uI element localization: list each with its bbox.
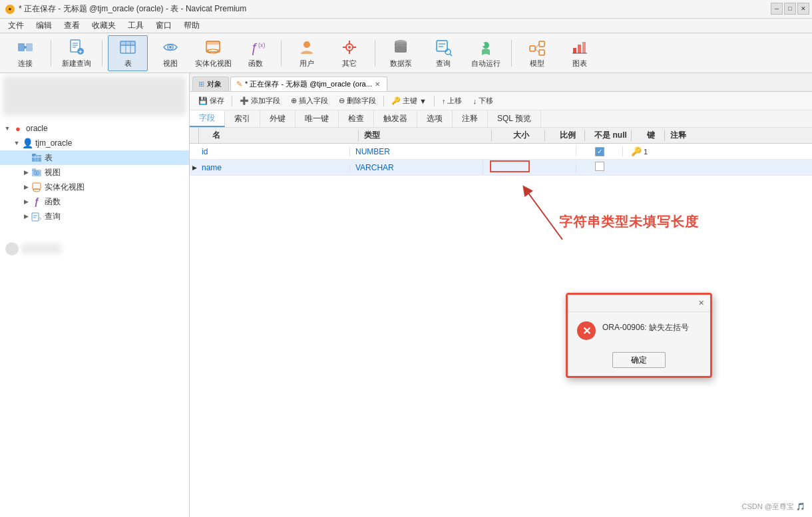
- chart-icon: [570, 37, 590, 57]
- svg-rect-34: [395, 42, 407, 47]
- move-down-button[interactable]: ↓ 下移: [468, 94, 498, 108]
- menu-tools[interactable]: 工具: [122, 19, 149, 33]
- error-dialog[interactable]: ✕ ✕ ORA-00906: 缺失左括号 确定: [566, 293, 712, 378]
- action-sep-2: [383, 96, 384, 106]
- subtab-comment[interactable]: 注释: [453, 110, 488, 127]
- svg-line-45: [535, 44, 539, 49]
- tree-item-tjm-oracle[interactable]: ▼ 👤 tjm_oracle: [0, 136, 189, 150]
- title-bar: ● * 正在保存 - 无标题 @tjm_oracle (oracle) - 表 …: [0, 0, 812, 19]
- title-text: * 正在保存 - 无标题 @tjm_oracle (oracle) - 表 - …: [19, 3, 246, 15]
- row-1-notnull-checkbox[interactable]: [595, 147, 604, 156]
- row-1-type[interactable]: NUMBER: [349, 147, 483, 156]
- toolbar-func[interactable]: ƒ (x) 函数: [236, 35, 276, 71]
- insert-field-label: 插入字段: [299, 96, 328, 106]
- subtab-sql[interactable]: SQL 预览: [488, 110, 541, 127]
- toolbar-chart[interactable]: 图表: [560, 35, 600, 71]
- row-2-name[interactable]: name: [199, 163, 349, 172]
- subtab-options[interactable]: 选项: [417, 110, 453, 127]
- row-1-name[interactable]: id: [199, 147, 349, 156]
- svg-point-16: [169, 46, 172, 49]
- tree-expand-queries[interactable]: ▶: [21, 212, 31, 221]
- menu-window[interactable]: 窗口: [150, 19, 177, 33]
- minimize-button[interactable]: ─: [771, 3, 783, 15]
- toolbar-query[interactable]: 查询: [423, 35, 463, 71]
- view-label: 视图: [163, 59, 178, 69]
- size-input[interactable]: [490, 160, 530, 172]
- menu-edit[interactable]: 编辑: [31, 19, 57, 33]
- sidebar-blur-1: [3, 76, 186, 116]
- tree-expand-funcs[interactable]: ▶: [21, 197, 31, 206]
- maximize-button[interactable]: □: [784, 3, 796, 15]
- menu-favorites[interactable]: 收藏夹: [87, 19, 121, 33]
- dialog-ok-button[interactable]: 确定: [612, 352, 666, 368]
- tab-active-table[interactable]: ✎ * 正在保存 - 无标题 @tjm_oracle (ora... ✕: [230, 77, 387, 91]
- tree-item-tables[interactable]: ▶ 表: [0, 150, 189, 165]
- subtab-trigger[interactable]: 触发器: [374, 110, 417, 127]
- svg-rect-57: [32, 168, 36, 171]
- row-2-notnull[interactable]: [576, 162, 622, 173]
- tab-bar: ⊞ 对象 ✎ * 正在保存 - 无标题 @tjm_oracle (ora... …: [190, 73, 812, 92]
- toolbar-user[interactable]: 用户: [287, 35, 327, 71]
- save-label: 保存: [210, 96, 224, 106]
- tables-folder-icon: [31, 152, 43, 164]
- row-1-notnull[interactable]: [576, 146, 622, 156]
- toolbar-connect[interactable]: 连接: [5, 35, 45, 71]
- col-header-type: 类型: [359, 130, 492, 141]
- primary-key-button[interactable]: 🔑 主键 ▼: [387, 94, 431, 108]
- tree-expand-mat-views[interactable]: ▶: [21, 182, 31, 192]
- active-tab-label: * 正在保存 - 无标题 @tjm_oracle (ora...: [245, 79, 372, 89]
- subtab-unique[interactable]: 唯一键: [296, 110, 339, 127]
- action-bar: 💾 保存 ➕ 添加字段 ⊕ 插入字段 ⊖ 删除字段 🔑 主键 ▼: [190, 92, 812, 110]
- add-field-label: 添加字段: [251, 96, 280, 106]
- tree-item-views[interactable]: ▶ 视图: [0, 165, 189, 180]
- dialog-error-icon: ✕: [577, 321, 596, 340]
- toolbar-newquery[interactable]: + 新建查询: [57, 35, 97, 71]
- objects-tab-label: 对象: [207, 79, 222, 89]
- svg-rect-64: [32, 213, 39, 221]
- datasource-label: 数据泵: [390, 59, 412, 69]
- toolbar-other[interactable]: 其它: [329, 35, 369, 71]
- row-2-type[interactable]: VARCHAR: [349, 163, 483, 172]
- close-button[interactable]: ✕: [797, 3, 809, 15]
- subtab-index[interactable]: 索引: [225, 110, 260, 127]
- toolbar-view[interactable]: 视图: [150, 35, 190, 71]
- tree-expand-oracle[interactable]: ▼: [3, 124, 12, 133]
- tree-expand-views[interactable]: ▶: [21, 168, 31, 177]
- menu-view[interactable]: 查看: [59, 19, 85, 33]
- subtab-check[interactable]: 检查: [339, 110, 374, 127]
- dialog-message: ORA-00906: 缺失左括号: [602, 321, 689, 333]
- menu-bar: 文件 编辑 查看 收藏夹 工具 窗口 帮助: [0, 19, 812, 33]
- tree-expand-tables[interactable]: ▶: [21, 153, 31, 162]
- menu-help[interactable]: 帮助: [178, 19, 205, 33]
- tree-expand-tjm-oracle[interactable]: ▼: [12, 138, 21, 148]
- tab-close-icon[interactable]: ✕: [375, 81, 380, 88]
- toolbar-autorun[interactable]: 自动运行: [466, 35, 506, 71]
- menu-file[interactable]: 文件: [3, 19, 29, 33]
- tree-item-funcs[interactable]: ▶ ƒ 函数: [0, 194, 189, 209]
- subtab-fields[interactable]: 字段: [190, 110, 225, 127]
- toolbar-table[interactable]: 表: [108, 35, 148, 71]
- toolbar-materialized[interactable]: 实体化视图: [193, 35, 233, 71]
- toolbar-model[interactable]: 模型: [517, 35, 557, 71]
- tree-item-oracle[interactable]: ▼ ● oracle: [0, 121, 189, 136]
- mat-views-folder-icon: [31, 181, 43, 193]
- col-header-scale: 比例: [545, 130, 585, 141]
- tree-item-queries[interactable]: ▶ ? 查询: [0, 209, 189, 224]
- delete-field-button[interactable]: ⊖ 删除字段: [334, 94, 381, 108]
- save-button[interactable]: 💾 保存: [194, 94, 229, 108]
- svg-rect-42: [530, 46, 535, 51]
- svg-point-59: [36, 172, 38, 174]
- row-2-size[interactable]: [483, 160, 536, 174]
- move-up-button[interactable]: ↑ 上移: [437, 94, 467, 108]
- insert-field-button[interactable]: ⊕ 插入字段: [286, 94, 333, 108]
- tree-item-mat-views[interactable]: ▶ 实体化视图: [0, 180, 189, 194]
- tab-objects[interactable]: ⊞ 对象: [192, 77, 229, 91]
- dialog-close-button[interactable]: ✕: [696, 298, 706, 309]
- row-2-notnull-checkbox[interactable]: [595, 162, 604, 171]
- add-field-button[interactable]: ➕ 添加字段: [235, 94, 285, 108]
- svg-rect-35: [437, 41, 447, 51]
- subtab-fk[interactable]: 外键: [260, 110, 296, 127]
- chart-label: 图表: [572, 59, 587, 69]
- svg-rect-43: [539, 41, 544, 47]
- toolbar-datasource[interactable]: 数据泵: [381, 35, 421, 71]
